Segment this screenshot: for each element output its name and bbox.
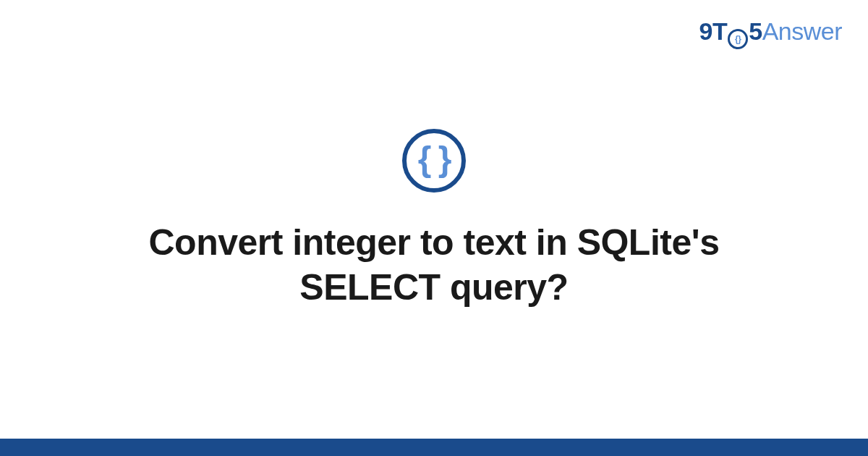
footer-bar bbox=[0, 439, 868, 456]
code-braces-icon: { } bbox=[402, 129, 466, 193]
badge-glyph: { } bbox=[418, 142, 451, 177]
question-title: Convert integer to text in SQLite's SELE… bbox=[72, 220, 796, 311]
main-content: { } Convert integer to text in SQLite's … bbox=[0, 0, 868, 439]
